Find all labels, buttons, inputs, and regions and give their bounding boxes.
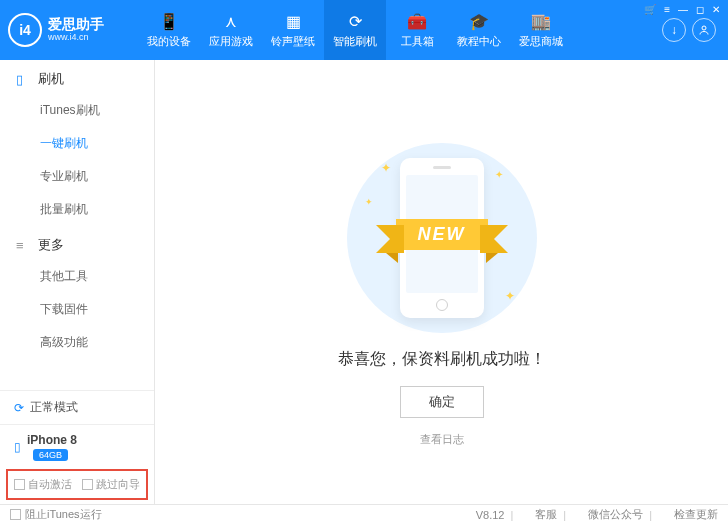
minimize-button[interactable]: — (678, 4, 688, 15)
app-subtitle: www.i4.cn (48, 33, 104, 43)
highlighted-options: 自动激活 跳过向导 (6, 469, 148, 500)
sidebar-item-download-firmware[interactable]: 下载固件 (0, 293, 154, 326)
nav-flash[interactable]: ⟳智能刷机 (324, 0, 386, 60)
sidebar-group-more[interactable]: ≡ 更多 (0, 226, 154, 260)
sparkle-icon: ✦ (505, 289, 515, 303)
checkbox-label: 自动激活 (28, 477, 72, 492)
logo[interactable]: i4 爱思助手 www.i4.cn (8, 13, 138, 47)
nav-toolbox[interactable]: 🧰工具箱 (386, 0, 448, 60)
nav-label: 应用游戏 (209, 34, 253, 49)
sidebar-item-itunes-flash[interactable]: iTunes刷机 (0, 94, 154, 127)
refresh-icon: ⟳ (14, 401, 24, 415)
app-title: 爱思助手 (48, 17, 104, 32)
sidebar-item-pro-flash[interactable]: 专业刷机 (0, 160, 154, 193)
success-message: 恭喜您，保资料刷机成功啦！ (338, 349, 546, 370)
block-itunes-checkbox[interactable]: 阻止iTunes运行 (10, 507, 102, 522)
new-ribbon: NEW (396, 219, 488, 250)
sparkle-icon: ✦ (365, 197, 373, 207)
apps-icon: ⋏ (221, 12, 241, 32)
flash-icon: ⟳ (345, 12, 365, 32)
group-title: 刷机 (38, 70, 64, 88)
device-name: iPhone 8 (27, 433, 77, 447)
check-update-link[interactable]: 检查更新 (674, 507, 718, 522)
account-button[interactable] (692, 18, 716, 42)
view-log-link[interactable]: 查看日志 (420, 432, 464, 447)
nav-label: 铃声壁纸 (271, 34, 315, 49)
header-bar: i4 爱思助手 www.i4.cn 📱我的设备 ⋏应用游戏 ▦铃声壁纸 ⟳智能刷… (0, 0, 728, 60)
nav-ringtones[interactable]: ▦铃声壁纸 (262, 0, 324, 60)
ok-button[interactable]: 确定 (400, 386, 484, 418)
maximize-button[interactable]: ◻ (696, 4, 704, 15)
phone-icon: ▯ (16, 72, 32, 87)
status-text: 正常模式 (30, 399, 78, 416)
skip-guide-checkbox[interactable]: 跳过向导 (82, 477, 140, 492)
sidebar-group-flash[interactable]: ▯ 刷机 (0, 60, 154, 94)
checkbox-label: 跳过向导 (96, 477, 140, 492)
close-button[interactable]: ✕ (712, 4, 720, 15)
group-title: 更多 (38, 236, 64, 254)
cart-icon[interactable]: 🛒 (644, 4, 656, 15)
main-content: ✦ ✦ ✦ ✦ NEW 恭喜您，保资料刷机成功啦！ 确定 查看日志 (155, 60, 728, 504)
support-link[interactable]: 客服 (535, 507, 557, 522)
sparkle-icon: ✦ (495, 169, 503, 180)
wechat-link[interactable]: 微信公众号 (588, 507, 643, 522)
nav-store[interactable]: 🏬爱思商城 (510, 0, 572, 60)
nav-apps[interactable]: ⋏应用游戏 (200, 0, 262, 60)
tutorial-icon: 🎓 (469, 12, 489, 32)
nav-label: 工具箱 (401, 34, 434, 49)
sidebar-item-batch-flash[interactable]: 批量刷机 (0, 193, 154, 226)
ringtone-icon: ▦ (283, 12, 303, 32)
store-icon: 🏬 (531, 12, 551, 32)
sidebar-item-oneclick-flash[interactable]: 一键刷机 (0, 127, 154, 160)
more-icon: ≡ (16, 238, 32, 253)
download-button[interactable]: ↓ (662, 18, 686, 42)
storage-badge: 64GB (33, 449, 68, 461)
top-nav: 📱我的设备 ⋏应用游戏 ▦铃声壁纸 ⟳智能刷机 🧰工具箱 🎓教程中心 🏬爱思商城 (138, 0, 662, 60)
nav-label: 爱思商城 (519, 34, 563, 49)
toolbox-icon: 🧰 (407, 12, 427, 32)
sidebar-item-other-tools[interactable]: 其他工具 (0, 260, 154, 293)
ribbon-text: NEW (396, 219, 488, 250)
sidebar: ▯ 刷机 iTunes刷机 一键刷机 专业刷机 批量刷机 ≡ 更多 其他工具 下… (0, 60, 155, 504)
device-info[interactable]: ▯ iPhone 8 64GB (0, 424, 154, 469)
auto-activate-checkbox[interactable]: 自动激活 (14, 477, 72, 492)
svg-point-0 (702, 26, 706, 30)
success-illustration: ✦ ✦ ✦ ✦ NEW (347, 143, 537, 333)
device-mode-status[interactable]: ⟳ 正常模式 (0, 390, 154, 424)
sparkle-icon: ✦ (381, 161, 391, 175)
footer-bar: 阻止iTunes运行 V8.12 | 客服 | 微信公众号 | 检查更新 (0, 504, 728, 524)
menu-icon[interactable]: ≡ (664, 4, 670, 15)
phone-small-icon: ▯ (14, 440, 21, 454)
version-label: V8.12 (476, 509, 505, 521)
nav-my-device[interactable]: 📱我的设备 (138, 0, 200, 60)
nav-tutorials[interactable]: 🎓教程中心 (448, 0, 510, 60)
nav-label: 教程中心 (457, 34, 501, 49)
logo-badge: i4 (8, 13, 42, 47)
nav-label: 智能刷机 (333, 34, 377, 49)
sidebar-item-advanced[interactable]: 高级功能 (0, 326, 154, 359)
checkbox-label: 阻止iTunes运行 (25, 507, 102, 522)
device-icon: 📱 (159, 12, 179, 32)
nav-label: 我的设备 (147, 34, 191, 49)
